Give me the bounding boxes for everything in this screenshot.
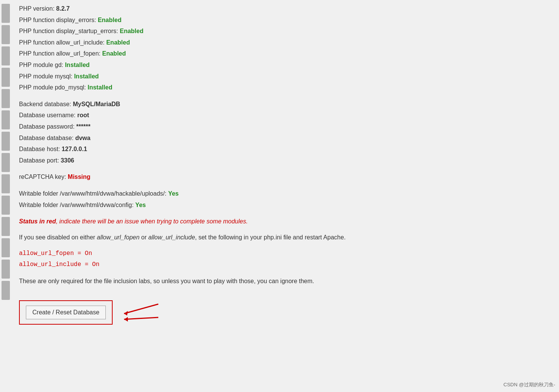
db-port-label: Database port: bbox=[19, 157, 59, 164]
writable-uploads-line: Writable folder /var/www/html/dvwa/hacka… bbox=[19, 189, 544, 199]
sidebar-tab-14[interactable] bbox=[2, 281, 10, 300]
sidebar-tab-3[interactable] bbox=[2, 46, 10, 65]
sidebar-tab-4[interactable] bbox=[2, 68, 10, 87]
create-reset-database-button[interactable]: Create / Reset Database bbox=[26, 306, 106, 319]
display-startup-line: PHP function display_startup_errors: Ena… bbox=[19, 26, 544, 36]
module-pdo-line: PHP module pdo_mysql: Installed bbox=[19, 83, 544, 92]
recaptcha-line: reCAPTCHA key: Missing bbox=[19, 172, 544, 182]
allow-url-fopen-label: PHP function allow_url_fopen: bbox=[19, 50, 100, 57]
module-gd-line: PHP module gd: Installed bbox=[19, 60, 544, 70]
allow-url-include-label: PHP function allow_url_include: bbox=[19, 39, 105, 46]
db-password-value: ****** bbox=[76, 123, 90, 130]
writable-config-line: Writable folder /var/www/html/dvwa/confi… bbox=[19, 200, 544, 210]
db-username-label: Database username: bbox=[19, 112, 76, 118]
info-paragraph: If you see disabled on either allow_url_… bbox=[19, 233, 476, 242]
recaptcha-value: Missing bbox=[68, 174, 91, 180]
php-version-value: 8.2.7 bbox=[56, 5, 70, 12]
sidebar-tab-2[interactable] bbox=[2, 25, 10, 44]
code-line-2: allow_url_include = On bbox=[19, 259, 544, 270]
backend-db-label: Backend database: bbox=[19, 101, 71, 107]
display-errors-value: Enabled bbox=[98, 17, 121, 23]
display-startup-value: Enabled bbox=[120, 28, 143, 34]
display-startup-label: PHP function display_startup_errors: bbox=[19, 28, 118, 34]
main-content: PHP version: 8.2.7 PHP function display_… bbox=[11, 0, 559, 392]
module-mysql-value: Installed bbox=[74, 73, 99, 80]
sidebar-tab-11[interactable] bbox=[2, 217, 10, 236]
button-section: Create / Reset Database bbox=[19, 296, 544, 328]
module-gd-label: PHP module gd: bbox=[19, 62, 63, 68]
allow-url-fopen-value: Enabled bbox=[102, 50, 126, 57]
sidebar-tab-13[interactable] bbox=[2, 260, 10, 279]
db-host-value: 127.0.0.1 bbox=[62, 146, 87, 152]
writable-uploads-label: Writable folder /var/www/html/dvwa/hacka… bbox=[19, 190, 166, 197]
button-container: Create / Reset Database bbox=[19, 300, 113, 325]
php-version-line: PHP version: 8.2.7 bbox=[19, 4, 544, 14]
backend-db-line: Backend database: MySQL/MariaDB bbox=[19, 99, 544, 109]
db-database-label: Database database: bbox=[19, 135, 73, 141]
db-host-label: Database host: bbox=[19, 146, 60, 152]
sidebar-tab-12[interactable] bbox=[2, 238, 10, 257]
php-version-label: PHP version: bbox=[19, 5, 54, 12]
db-port-line: Database port: 3306 bbox=[19, 156, 544, 166]
module-mysql-line: PHP module mysql: Installed bbox=[19, 72, 544, 81]
sidebar-tab-1[interactable] bbox=[2, 4, 10, 23]
arrow-annotation bbox=[116, 296, 162, 328]
watermark: CSDN @过期的秋刀鱼- bbox=[503, 381, 555, 388]
status-note: Status in red, indicate there will be an… bbox=[19, 217, 544, 226]
svg-line-2 bbox=[124, 317, 158, 319]
db-database-value: dvwa bbox=[75, 135, 91, 141]
svg-marker-1 bbox=[124, 311, 128, 316]
writable-config-label: Writable folder /var/www/html/dvwa/confi… bbox=[19, 202, 134, 208]
recaptcha-label: reCAPTCHA key: bbox=[19, 174, 66, 180]
arrow-icon bbox=[116, 296, 162, 327]
ignore-note: These are only required for the file inc… bbox=[19, 276, 476, 286]
writable-config-value: Yes bbox=[135, 202, 146, 208]
db-password-line: Database password: ****** bbox=[19, 122, 544, 132]
sidebar-tab-7[interactable] bbox=[2, 132, 10, 151]
code-block: allow_url_fopen = On allow_url_include =… bbox=[19, 248, 544, 270]
db-username-value: root bbox=[77, 112, 89, 118]
svg-marker-3 bbox=[124, 317, 128, 322]
module-gd-value: Installed bbox=[65, 62, 90, 68]
display-errors-label: PHP function display_errors: bbox=[19, 17, 96, 23]
sidebar-tab-6[interactable] bbox=[2, 110, 10, 129]
status-note-bold: Status in red bbox=[19, 218, 56, 225]
module-mysql-label: PHP module mysql: bbox=[19, 73, 72, 80]
svg-line-0 bbox=[124, 304, 158, 314]
sidebar bbox=[0, 0, 11, 392]
sidebar-tab-9[interactable] bbox=[2, 174, 10, 193]
db-username-line: Database username: root bbox=[19, 110, 544, 120]
allow-url-fopen-line: PHP function allow_url_fopen: Enabled bbox=[19, 49, 544, 59]
writable-uploads-value: Yes bbox=[168, 190, 179, 197]
db-database-line: Database database: dvwa bbox=[19, 133, 544, 143]
module-pdo-value: Installed bbox=[88, 84, 112, 91]
code-line-1: allow_url_fopen = On bbox=[19, 248, 544, 259]
backend-db-value: MySQL/MariaDB bbox=[73, 101, 120, 107]
display-errors-line: PHP function display_errors: Enabled bbox=[19, 15, 544, 25]
module-pdo-label: PHP module pdo_mysql: bbox=[19, 84, 86, 91]
allow-url-include-value: Enabled bbox=[106, 39, 130, 46]
db-port-value: 3306 bbox=[61, 157, 74, 164]
allow-url-include-line: PHP function allow_url_include: Enabled bbox=[19, 38, 544, 48]
sidebar-tab-10[interactable] bbox=[2, 196, 10, 215]
status-note-rest: , indicate there will be an issue when t… bbox=[56, 218, 248, 225]
sidebar-tab-5[interactable] bbox=[2, 89, 10, 108]
db-host-line: Database host: 127.0.0.1 bbox=[19, 144, 544, 154]
db-password-label: Database password: bbox=[19, 123, 75, 130]
sidebar-tab-8[interactable] bbox=[2, 153, 10, 172]
